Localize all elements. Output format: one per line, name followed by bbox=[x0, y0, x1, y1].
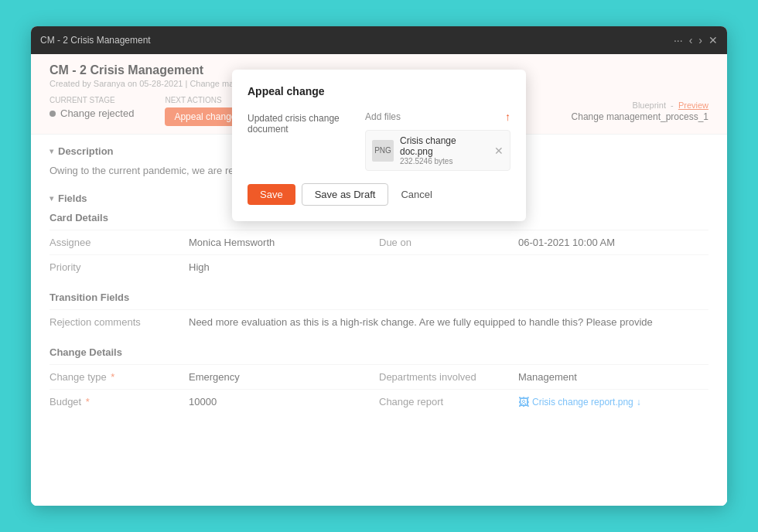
file-info: Crisis change doc.png 232.5246 bytes bbox=[400, 135, 488, 165]
add-files-button[interactable]: Add files bbox=[365, 110, 401, 124]
next-icon[interactable]: › bbox=[698, 34, 702, 46]
cancel-button[interactable]: Cancel bbox=[394, 184, 438, 205]
file-type-icon: PNG bbox=[374, 146, 391, 155]
add-files-row: Add files ↑ bbox=[365, 110, 510, 124]
save-as-draft-button[interactable]: Save as Draft bbox=[302, 183, 389, 206]
close-icon[interactable]: ✕ bbox=[708, 34, 718, 46]
upload-icon: ↑ bbox=[505, 111, 510, 123]
title-bar: CM - 2 Crisis Management ··· ‹ › ✕ bbox=[31, 26, 727, 54]
modal-title: Appeal change bbox=[248, 85, 510, 97]
file-remove-button[interactable]: ✕ bbox=[494, 145, 504, 157]
modal-field-row: Updated crisis change document Add files… bbox=[248, 110, 510, 171]
content-area: CM - 2 Crisis Management Created by Sara… bbox=[31, 54, 727, 506]
modal-field-label: Updated crisis change document bbox=[248, 110, 356, 135]
window-controls: ··· ‹ › ✕ bbox=[674, 34, 718, 46]
file-upload-area: Add files ↑ PNG Crisis change doc.png 23… bbox=[365, 110, 510, 171]
file-name: Crisis change doc.png bbox=[400, 135, 488, 157]
file-item: PNG Crisis change doc.png 232.5246 bytes… bbox=[365, 130, 510, 171]
window-title: CM - 2 Crisis Management bbox=[40, 35, 151, 46]
save-button[interactable]: Save bbox=[248, 184, 295, 205]
main-window: CM - 2 Crisis Management ··· ‹ › ✕ CM - … bbox=[31, 26, 727, 506]
modal-overlay: Appeal change Updated crisis change docu… bbox=[31, 54, 727, 506]
appeal-change-modal: Appeal change Updated crisis change docu… bbox=[232, 70, 526, 221]
file-thumbnail: PNG bbox=[372, 140, 394, 162]
file-size: 232.5246 bytes bbox=[400, 157, 488, 165]
prev-icon[interactable]: ‹ bbox=[689, 34, 693, 46]
more-icon[interactable]: ··· bbox=[674, 34, 683, 46]
modal-actions: Save Save as Draft Cancel bbox=[248, 183, 510, 206]
